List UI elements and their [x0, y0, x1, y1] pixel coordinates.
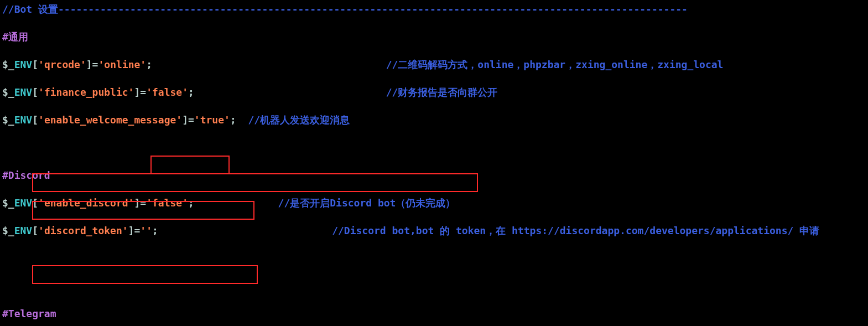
section-telegram: #Telegram [2, 307, 866, 320]
line-discord-token: $_ENV['discord_token']=''; //Discord bot… [2, 224, 866, 237]
code-block: //Bot 设置--------------------------------… [0, 0, 868, 326]
line-welcome: $_ENV['enable_welcome_message']='true'; … [2, 113, 866, 127]
line-finance-public: $_ENV['finance_public']='false'; //财务报告是… [2, 85, 866, 99]
line-qrcode: $_ENV['qrcode']='online'; //二维码解码方式，onli… [2, 58, 866, 71]
section-general: #通用 [2, 30, 866, 44]
header-line: //Bot 设置--------------------------------… [2, 2, 866, 16]
line-enable-discord: $_ENV['enable_discord']='false'; //是否开启D… [2, 196, 866, 210]
section-discord: #Discord [2, 168, 866, 182]
